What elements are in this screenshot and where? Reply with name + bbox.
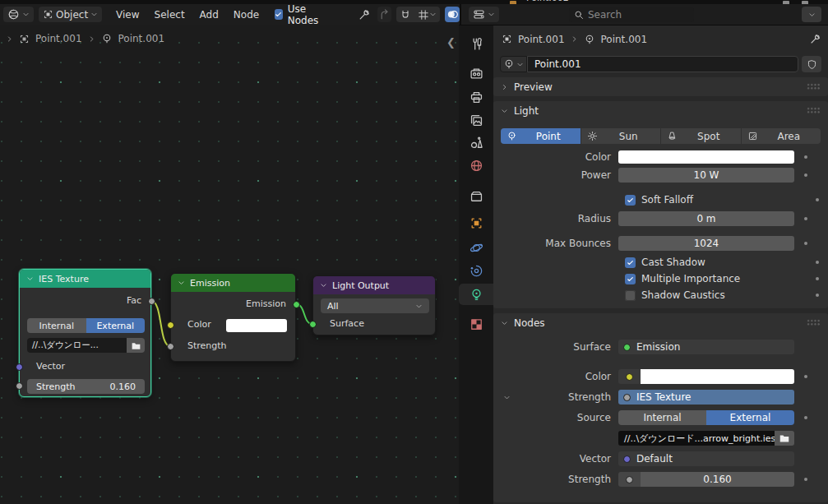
overlay-toggle-icon[interactable] xyxy=(445,7,460,22)
open-file-button[interactable] xyxy=(775,431,794,446)
shadow-caustics-checkbox[interactable] xyxy=(625,290,636,301)
properties-options-dropdown[interactable] xyxy=(802,7,821,22)
internal-button[interactable]: Internal xyxy=(27,318,86,333)
animate-dot[interactable] xyxy=(804,155,807,159)
file-path-text[interactable]: //..\ダウンロー... xyxy=(27,338,127,353)
open-file-button[interactable] xyxy=(127,338,145,353)
id-type-dropdown[interactable] xyxy=(500,56,527,72)
cast-shadow-checkbox[interactable] xyxy=(625,257,636,268)
animate-dot[interactable] xyxy=(804,242,807,245)
tab-object[interactable] xyxy=(459,212,493,234)
menu-view[interactable]: View xyxy=(109,9,146,21)
socket-surface-input[interactable] xyxy=(309,321,317,328)
tab-scene[interactable] xyxy=(459,132,493,153)
tab-view-layer[interactable] xyxy=(459,109,493,131)
snap-grid-dropdown[interactable] xyxy=(414,7,440,22)
search-input[interactable] xyxy=(588,9,678,21)
breadcrumb-data-name[interactable]: Point.001 xyxy=(601,34,648,45)
ies-file-field: //..\ダウンロー... xyxy=(27,338,145,353)
vector-node-field[interactable]: Default xyxy=(618,451,794,466)
node-ies-texture[interactable]: IES Texture Fac Internal External //..\ダ… xyxy=(19,269,151,397)
use-nodes-checkbox[interactable] xyxy=(275,9,283,20)
radius-field[interactable]: 0 m xyxy=(618,211,794,226)
socket-vector-input[interactable] xyxy=(16,363,23,371)
collapse-chevron-icon[interactable] xyxy=(320,282,327,289)
editor-type-dropdown[interactable] xyxy=(3,7,34,22)
go-back-parent-node-icon[interactable] xyxy=(377,7,392,22)
file-path-text[interactable]: //..\ダウンロード...arrow_bright.ies xyxy=(618,431,775,446)
socket-fac-output[interactable] xyxy=(148,298,155,305)
collapse-chevron-icon[interactable] xyxy=(26,275,34,283)
strength-value-slider[interactable]: 0.160 xyxy=(641,472,794,487)
socket-strength-input[interactable] xyxy=(167,343,174,350)
animate-dot[interactable] xyxy=(804,416,807,419)
external-button[interactable]: External xyxy=(86,318,146,333)
node-emission[interactable]: Emission Emission Color Strength xyxy=(170,273,296,362)
node-header[interactable]: Emission xyxy=(171,274,295,292)
animate-dot[interactable] xyxy=(816,198,819,201)
fake-user-shield-button[interactable] xyxy=(802,56,821,72)
expand-chevron-icon[interactable] xyxy=(503,394,511,401)
node-header[interactable]: IES Texture xyxy=(20,270,150,288)
light-type-point[interactable]: Point xyxy=(501,128,581,144)
tab-world[interactable] xyxy=(459,155,493,176)
node-light-output[interactable]: Light Output All Surface xyxy=(312,275,436,335)
soft-falloff-checkbox[interactable] xyxy=(625,195,636,206)
shader-type-dropdown[interactable]: Object xyxy=(39,7,102,22)
animate-dot[interactable] xyxy=(804,173,807,177)
properties-editor-type-dropdown[interactable] xyxy=(469,7,499,22)
animate-dot[interactable] xyxy=(816,277,819,280)
source-internal-button[interactable]: Internal xyxy=(618,410,706,425)
multiple-importance-checkbox[interactable] xyxy=(625,274,636,284)
animate-dot[interactable] xyxy=(804,217,807,220)
pin-icon[interactable] xyxy=(809,33,821,45)
region-collapse-arrow[interactable]: ❮ xyxy=(446,36,456,49)
tab-render[interactable] xyxy=(459,62,493,84)
node-header[interactable]: Light Output xyxy=(313,276,435,294)
properties-search[interactable] xyxy=(569,7,694,22)
light-type-area[interactable]: Area xyxy=(742,128,821,144)
socket-color-input[interactable] xyxy=(167,321,174,329)
pin-icon[interactable] xyxy=(358,8,371,21)
snap-magnet-icon[interactable] xyxy=(396,7,414,22)
animate-dot[interactable] xyxy=(804,375,807,378)
menu-add[interactable]: Add xyxy=(192,9,226,21)
menu-node[interactable]: Node xyxy=(226,9,266,21)
output-target-dropdown[interactable]: All xyxy=(321,298,429,313)
emission-color-swatch[interactable] xyxy=(226,319,287,332)
socket-ies-strength-input[interactable] xyxy=(16,382,23,390)
shader-node-editor[interactable]: Point.001 Point.001 ❮ IES Texture Fac xyxy=(0,25,459,504)
light-type-sun[interactable]: Sun xyxy=(581,128,661,144)
animate-dot[interactable] xyxy=(816,261,819,264)
power-field[interactable]: 10 W xyxy=(618,168,794,183)
panel-preview-header[interactable]: Preview xyxy=(493,77,828,96)
tab-object-data-active[interactable] xyxy=(459,284,493,305)
tab-texture[interactable] xyxy=(459,313,493,335)
id-name-field[interactable]: Point.001 xyxy=(527,56,798,72)
panel-grip-handle[interactable] xyxy=(807,83,821,90)
menu-select[interactable]: Select xyxy=(147,9,192,21)
tab-collection[interactable] xyxy=(459,185,493,206)
panel-grip-handle[interactable] xyxy=(807,107,821,114)
node-color-swatch[interactable] xyxy=(641,369,794,384)
surface-node-field[interactable]: Emission xyxy=(618,340,794,354)
panel-nodes-header[interactable]: Nodes xyxy=(493,313,828,332)
strength-slider[interactable]: Strength 0.160 xyxy=(27,379,145,394)
tab-tool[interactable] xyxy=(459,33,493,54)
breadcrumb-object-name[interactable]: Point.001 xyxy=(518,34,565,45)
source-external-button[interactable]: External xyxy=(706,410,794,425)
collapse-chevron-icon[interactable] xyxy=(178,280,185,287)
socket-emission-output[interactable] xyxy=(293,301,300,308)
shadow-caustics-label: Shadow Caustics xyxy=(641,289,725,301)
tab-physics[interactable] xyxy=(459,237,493,258)
animate-dot[interactable] xyxy=(804,478,807,481)
light-type-spot[interactable]: Spot xyxy=(661,128,741,144)
max-bounces-field[interactable]: 1024 xyxy=(618,236,794,251)
light-color-swatch[interactable] xyxy=(618,150,794,164)
tab-constraints[interactable] xyxy=(459,260,493,281)
panel-grip-handle[interactable] xyxy=(807,319,821,326)
strength-node-field[interactable]: IES Texture xyxy=(618,390,794,405)
animate-dot[interactable] xyxy=(816,294,819,297)
panel-light-header[interactable]: Light xyxy=(493,101,828,120)
tab-output[interactable] xyxy=(459,86,493,108)
